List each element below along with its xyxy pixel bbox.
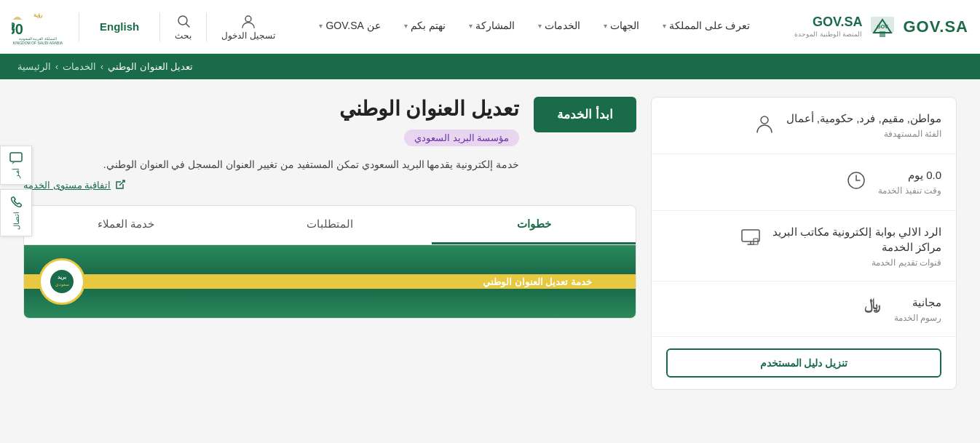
tab-requirements[interactable]: المتطلبات	[228, 206, 432, 244]
vision-2030-logo: رؤية 2 030 المملكة العربية السعودية KING…	[12, 7, 64, 47]
start-service-button[interactable]: ابدأ الخدمة	[534, 97, 636, 132]
divider	[206, 12, 207, 41]
login-button[interactable]: تسجيل الدخول	[221, 13, 274, 41]
side-buttons: أمر اتصال	[0, 145, 32, 236]
nav-care[interactable]: نهتم بكم ▾	[392, 0, 457, 54]
service-title: تعديل العنوان الوطني	[23, 97, 519, 121]
govsa-logo: GOV.SA GOV GOV.SA المنصة الوطنية الموحدة	[794, 11, 968, 43]
chevron-down-icon: ▾	[319, 22, 323, 30]
phone-icon	[9, 196, 23, 209]
top-navigation: GOV.SA GOV GOV.SA المنصة الوطنية الموحدة…	[0, 0, 980, 54]
execution-time-value: 0.0 يوم	[878, 167, 941, 183]
riyal-icon: ﷼	[859, 296, 885, 313]
provider-badge: مؤسسة البريد السعودي	[23, 129, 519, 156]
chevron-down-icon: ▾	[538, 22, 542, 30]
divider	[159, 12, 160, 41]
channels-label: قنوات تقديم الخدمة	[772, 258, 941, 268]
svg-point-14	[761, 116, 768, 124]
govsa-text: GOV.SA	[794, 15, 862, 31]
nav-links: تعرف على المملكة ▾ الجهات ▾ الخدمات ▾ ال…	[275, 0, 795, 54]
nav-know-kingdom[interactable]: تعرف على المملكة ▾	[651, 0, 762, 54]
chat-icon	[9, 152, 23, 165]
main-content: مواطن, مقيم, فرد, حكومية, أعمال الفئة ال…	[0, 79, 980, 407]
tabs-content: بريد سعودي خدمة تعديل العنوان الوطني	[24, 245, 636, 318]
svg-point-4	[245, 16, 251, 22]
tab-customer-service[interactable]: خدمة العملاء	[24, 206, 228, 244]
call-side-button[interactable]: اتصال	[0, 189, 32, 236]
clock-icon	[843, 169, 869, 197]
svg-text:سعودي: سعودي	[55, 282, 69, 287]
external-link-icon	[115, 180, 125, 190]
fees-row: مجانية رسوم الخدمة ﷼	[652, 282, 956, 337]
nav-services[interactable]: الخدمات ▾	[526, 0, 592, 54]
svg-line-6	[186, 23, 189, 27]
svg-text:GOV: GOV	[877, 24, 889, 29]
breadcrumb-separator: ›	[55, 62, 58, 72]
breadcrumb-services[interactable]: الخدمات	[63, 61, 96, 72]
search-icon	[175, 13, 191, 29]
language-button[interactable]: English	[94, 20, 145, 33]
svg-text:بريد: بريد	[58, 274, 66, 280]
breadcrumb-home[interactable]: الرئيسية	[17, 61, 51, 72]
nav-participation[interactable]: المشاركة ▾	[457, 0, 526, 54]
svg-text:030: 030	[12, 21, 23, 37]
nav-about[interactable]: عن GOV.SA ▾	[307, 0, 392, 54]
person-icon	[751, 112, 778, 140]
chevron-down-icon: ▾	[604, 22, 607, 30]
execution-time-label: وقت تنفيذ الخدمة	[878, 185, 941, 196]
svg-text:KINGDOM OF SAUDI ARABIA: KINGDOM OF SAUDI ARABIA	[13, 41, 63, 45]
order-side-button[interactable]: أمر	[0, 145, 32, 185]
service-description: خدمة إلكترونية يقدمها البريد السعودي تمك…	[23, 156, 519, 174]
call-label: اتصال	[12, 212, 20, 230]
chevron-down-icon: ▾	[404, 22, 408, 30]
divider	[79, 12, 79, 41]
channels-row: الرد الالي بوابة إلكترونية مكاتب البريدم…	[652, 211, 956, 282]
order-label: أمر	[12, 168, 20, 178]
video-content: بريد سعودي خدمة تعديل العنوان الوطني	[24, 245, 636, 318]
svg-point-18	[50, 270, 74, 293]
info-card: مواطن, مقيم, فرد, حكومية, أعمال الفئة ال…	[651, 97, 957, 390]
service-panel: ابدأ الخدمة تعديل العنوان الوطني مؤسسة ا…	[23, 97, 636, 390]
nav-entities[interactable]: الجهات ▾	[592, 0, 651, 54]
download-user-guide-button[interactable]: تنزيل دليل المستخدم	[666, 348, 941, 378]
postal-logo-icon: بريد سعودي	[49, 268, 75, 295]
tab-steps[interactable]: خطوات	[432, 206, 636, 244]
computer-icon	[738, 226, 764, 254]
svg-rect-2	[880, 31, 885, 37]
user-icon	[240, 13, 256, 29]
svg-rect-16	[742, 230, 759, 242]
vision-logo: رؤية 2 030 المملكة العربية السعودية KING…	[12, 7, 64, 47]
service-header: ابدأ الخدمة تعديل العنوان الوطني مؤسسة ا…	[23, 97, 636, 191]
govsa-logo-text: GOV.SA	[903, 17, 968, 36]
govsa-logo-icon: GOV	[866, 11, 898, 43]
fees-label: رسوم الخدمة	[894, 313, 941, 323]
svg-text:رؤية: رؤية	[33, 12, 43, 18]
fees-value: مجانية	[894, 295, 941, 310]
tabs-section: خطوات المتطلبات خدمة العملاء	[23, 205, 636, 319]
chevron-down-icon: ▾	[469, 22, 473, 30]
chevron-down-icon: ▾	[663, 22, 666, 30]
execution-time-row: 0.0 يوم وقت تنفيذ الخدمة	[652, 154, 956, 211]
target-segment-label: الفئة المستهدفة	[786, 129, 941, 139]
tabs-header: خطوات المتطلبات خدمة العملاء	[24, 206, 636, 245]
breadcrumb-separator: ›	[100, 62, 103, 72]
service-title-block: تعديل العنوان الوطني مؤسسة البريد السعود…	[23, 97, 519, 191]
govsa-subtitle: المنصة الوطنية الموحدة	[794, 31, 862, 39]
nav-actions: تسجيل الدخول بحث English رؤية 2 030 المم…	[12, 7, 275, 47]
channels-value: الرد الالي بوابة إلكترونية مكاتب البريدم…	[772, 224, 941, 255]
breadcrumb: تعديل العنوان الوطني › الخدمات › الرئيسي…	[0, 54, 980, 79]
svg-rect-13	[10, 153, 22, 161]
target-segment-row: مواطن, مقيم, فرد, حكومية, أعمال الفئة ال…	[652, 97, 956, 154]
service-level-link[interactable]: اتفاقية مستوى الخدمة	[23, 180, 519, 191]
target-segment-value: مواطن, مقيم, فرد, حكومية, أعمال	[786, 111, 941, 126]
search-button[interactable]: بحث	[175, 13, 191, 41]
